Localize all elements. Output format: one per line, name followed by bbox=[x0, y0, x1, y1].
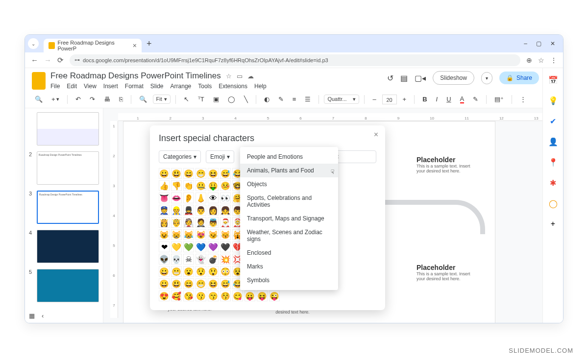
paint-format-button[interactable]: ⎘ bbox=[116, 94, 126, 105]
print-button[interactable]: 🖶 bbox=[101, 94, 113, 105]
share-button[interactable]: 🔒Share bbox=[499, 72, 539, 84]
placeholder-title-2[interactable]: Placeholder This is a sample text. Inser… bbox=[416, 264, 475, 281]
search-menu-button[interactable]: 🔍 bbox=[32, 94, 46, 105]
emoji-cell[interactable]: 👨 bbox=[196, 205, 206, 216]
emoji-cell[interactable]: 😆 bbox=[208, 168, 219, 179]
menu-help[interactable]: Help bbox=[254, 83, 267, 90]
menu-edit[interactable]: Edit bbox=[67, 83, 77, 90]
emoji-cell[interactable]: 😙 bbox=[208, 291, 219, 301]
category-menu-item[interactable]: Animals, Plants and Food bbox=[240, 164, 338, 177]
slide-thumb-2[interactable]: Roadmap Design PowerPoint Timelines bbox=[37, 151, 99, 185]
emoji-cell[interactable]: 😘 bbox=[183, 291, 194, 301]
categories-select[interactable]: Categories▾ bbox=[159, 150, 201, 163]
emoji-cell[interactable]: 😚 bbox=[220, 291, 231, 301]
italic-button[interactable]: I bbox=[433, 94, 441, 105]
emoji-cell[interactable]: 👰 bbox=[183, 217, 194, 228]
zoom-icon[interactable]: ⊕ bbox=[526, 56, 532, 64]
grid-view-icon[interactable]: ▦ bbox=[29, 312, 35, 319]
transition-button[interactable]: ☰ bbox=[302, 94, 314, 105]
keep-icon[interactable]: 💡 bbox=[548, 96, 558, 105]
emoji-cell[interactable]: 🤴 bbox=[171, 217, 182, 228]
comments-icon[interactable]: ▤ bbox=[400, 73, 408, 83]
emoji-cell[interactable]: 👽 bbox=[159, 254, 170, 265]
menu-tools[interactable]: Tools bbox=[198, 83, 212, 90]
emoji-cell[interactable]: 😳 bbox=[220, 266, 231, 277]
emoji-cell[interactable]: 💚 bbox=[183, 242, 194, 252]
emoji-cell[interactable]: 💜 bbox=[208, 242, 219, 252]
decrease-font-button[interactable]: – bbox=[369, 94, 379, 105]
emoji-cell[interactable]: 💙 bbox=[196, 242, 206, 252]
emoji-cell[interactable]: 🤒 bbox=[220, 180, 231, 191]
emoji-cell[interactable]: 👂 bbox=[183, 193, 194, 203]
calendar-icon[interactable]: 📅 bbox=[548, 75, 558, 85]
emoji-cell[interactable]: 🤐 bbox=[196, 180, 206, 191]
undo-button[interactable]: ↶ bbox=[73, 94, 84, 105]
prev-slide-button[interactable]: ‹ bbox=[42, 312, 44, 319]
get-addons-button[interactable]: + bbox=[548, 219, 558, 229]
emoji-cell[interactable]: 😀 bbox=[159, 266, 170, 277]
site-info-icon[interactable]: ⊶ bbox=[74, 57, 80, 63]
layout-button[interactable]: ✎ bbox=[275, 94, 287, 105]
emoji-cell[interactable]: 👮 bbox=[159, 205, 170, 216]
slide-thumb-5[interactable] bbox=[37, 269, 99, 302]
emoji-cell[interactable]: 💂 bbox=[183, 205, 194, 216]
zoom-button[interactable]: 🔍 bbox=[136, 94, 150, 105]
font-select[interactable]: Quattr...▾ bbox=[324, 95, 359, 104]
addon-icon[interactable]: ✱ bbox=[548, 178, 558, 188]
maps-icon[interactable]: 📍 bbox=[548, 157, 558, 167]
browser-tab[interactable]: Free Roadmap Designs PowerP × bbox=[44, 39, 142, 52]
tab-search-button[interactable]: ⌄ bbox=[28, 38, 39, 49]
star-icon[interactable]: ☆ bbox=[226, 73, 232, 80]
emoji-cell[interactable]: 😯 bbox=[196, 266, 206, 277]
emoji-cell[interactable]: 👁 bbox=[208, 193, 219, 203]
emoji-cell[interactable]: 😲 bbox=[208, 266, 219, 277]
emoji-cell[interactable]: 👎 bbox=[171, 180, 182, 191]
bold-button[interactable]: B bbox=[419, 94, 430, 105]
more-tools-button[interactable]: ⋮ bbox=[517, 94, 529, 105]
select-tool[interactable]: ↖ bbox=[181, 94, 192, 105]
slide-thumb-1[interactable] bbox=[37, 112, 99, 146]
menu-view[interactable]: View bbox=[84, 83, 97, 90]
emoji-cell[interactable]: 😹 bbox=[183, 229, 194, 240]
emoji-cell[interactable]: 👅 bbox=[159, 193, 170, 203]
emoji-cell[interactable]: 😜 bbox=[269, 291, 280, 301]
emoji-cell[interactable]: 😸 bbox=[171, 229, 182, 240]
emoji-cell[interactable]: 😄 bbox=[183, 168, 194, 179]
reload-button[interactable]: ⟳ bbox=[57, 56, 64, 65]
emoji-cell[interactable]: 👃 bbox=[196, 193, 206, 203]
emoji-cell[interactable]: 😆 bbox=[208, 278, 219, 289]
new-tab-button[interactable]: + bbox=[147, 39, 152, 49]
emoji-cell[interactable]: 😝 bbox=[257, 291, 268, 301]
menu-insert[interactable]: Insert bbox=[103, 83, 118, 90]
emoji-cell[interactable]: 🤑 bbox=[208, 180, 219, 191]
emoji-cell[interactable]: ☠ bbox=[183, 254, 194, 265]
cloud-status-icon[interactable]: ☁ bbox=[247, 73, 254, 80]
emoji-cell[interactable]: 👩 bbox=[208, 205, 219, 216]
category-menu-item[interactable]: Weather, Scenes and Zodiac signs bbox=[240, 225, 338, 246]
emoji-select[interactable]: Emoji▾ bbox=[206, 150, 234, 163]
browser-menu-button[interactable]: ⋮ bbox=[550, 56, 557, 64]
slide-thumb-3[interactable]: Roadmap Design PowerPoint Timelines bbox=[37, 191, 99, 224]
slides-logo-icon[interactable] bbox=[32, 72, 46, 90]
category-menu-item[interactable]: Symbols bbox=[240, 273, 338, 287]
textbox-tool[interactable]: ᵀT bbox=[195, 94, 207, 105]
menu-format[interactable]: Format bbox=[125, 83, 144, 90]
contacts-icon[interactable]: 👤 bbox=[548, 137, 558, 146]
meet-icon[interactable]: ▢◂ bbox=[415, 73, 426, 83]
emoji-cell[interactable]: 😅 bbox=[220, 278, 231, 289]
increase-font-button[interactable]: + bbox=[400, 94, 410, 105]
emoji-cell[interactable]: 💥 bbox=[220, 254, 231, 265]
insert-comment-button[interactable]: ▤⁺ bbox=[491, 94, 507, 105]
category-menu-item[interactable]: Marks bbox=[240, 260, 338, 273]
addon2-icon[interactable]: ◯ bbox=[548, 198, 558, 208]
category-menu-item[interactable]: Objects bbox=[240, 177, 338, 191]
emoji-cell[interactable]: 💛 bbox=[171, 242, 182, 252]
redo-button[interactable]: ↷ bbox=[87, 94, 98, 105]
forward-button[interactable]: → bbox=[44, 56, 51, 64]
emoji-cell[interactable]: 😍 bbox=[159, 291, 170, 301]
emoji-cell[interactable]: 😅 bbox=[220, 168, 231, 179]
back-button[interactable]: ← bbox=[31, 56, 38, 64]
background-button[interactable]: ◐ bbox=[261, 94, 272, 105]
emoji-cell[interactable]: 😽 bbox=[220, 229, 231, 240]
emoji-cell[interactable]: 😋 bbox=[232, 291, 243, 301]
